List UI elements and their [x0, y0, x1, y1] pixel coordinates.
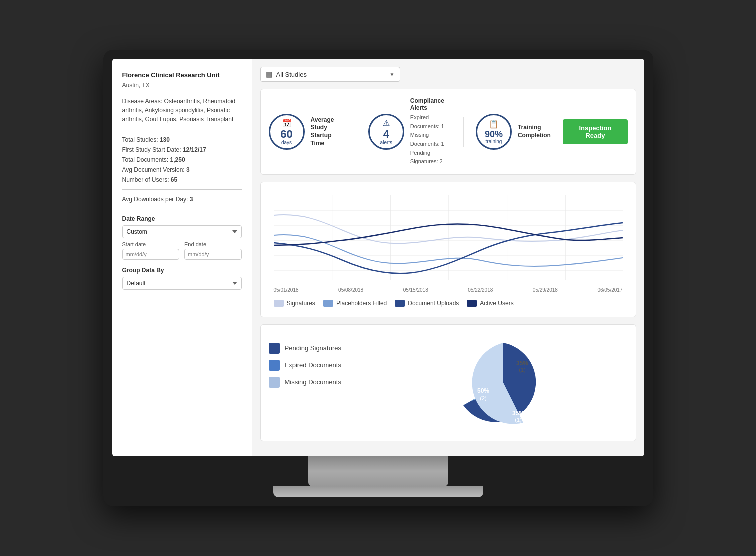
- uploads-color: [395, 300, 405, 307]
- end-date-field: End date: [184, 241, 242, 260]
- metric-compliance: ⚠ 4 alerts Compliance Alerts Expired Doc…: [368, 97, 451, 166]
- study-selector-icon: ▤: [266, 70, 272, 78]
- placeholders-label: Placeholders Filled: [336, 300, 387, 307]
- metric-startup-time: 📅 60 days Average Study Startup Time: [269, 114, 344, 150]
- svg-text:(1): (1): [515, 417, 521, 423]
- monitor-stand: [308, 456, 448, 486]
- signatures-label: Signatures: [287, 300, 315, 307]
- stat-users: Number of Users: 65: [122, 176, 242, 183]
- pie-legend-missing: Missing Documents: [269, 377, 359, 388]
- calendar-icon: 📅: [282, 118, 292, 128]
- stat-downloads: Avg Downloads per Day: 3: [122, 196, 242, 203]
- training-icon: 📋: [489, 119, 499, 129]
- x-label-5: 05/29/2018: [533, 287, 558, 293]
- sidebar: Florence Clinical Research Unit Austin, …: [112, 59, 252, 456]
- training-label: Training Completion: [518, 124, 551, 139]
- legend-active-users: Active Users: [467, 300, 513, 307]
- pending-color: [269, 343, 280, 354]
- chart-legend: Signatures Placeholders Filled Document …: [274, 295, 623, 309]
- stat-avg-version: Avg Document Version: 3: [122, 166, 242, 173]
- stats-list: Total Studies: 130 First Study Start Dat…: [122, 136, 242, 183]
- signatures-color: [274, 300, 284, 307]
- uploads-label: Document Uploads: [408, 300, 459, 307]
- training-unit: training: [486, 139, 502, 144]
- stat-total-docs: Total Documents: 1,250: [122, 156, 242, 163]
- metric-training: 📋 90% training Training Completion: [476, 114, 551, 150]
- compliance-unit: alerts: [380, 140, 392, 145]
- stat-total-studies: Total Studies: 130: [122, 136, 242, 143]
- x-label-6: 06/05/2017: [597, 287, 622, 293]
- main-content: ▤ All Studies ▼ 📅 60 days: [252, 59, 644, 456]
- svg-text:35%: 35%: [516, 360, 528, 367]
- expired-color: [269, 360, 280, 371]
- screen: Florence Clinical Research Unit Austin, …: [112, 59, 644, 456]
- pie-legend-expired: Expired Documents: [269, 360, 359, 371]
- startup-time-label: Average Study Startup Time: [311, 116, 344, 147]
- legend-signatures: Signatures: [274, 300, 315, 307]
- placeholders-color: [323, 300, 333, 307]
- startup-time-circle: 📅 60 days: [269, 114, 305, 150]
- legend-uploads: Document Uploads: [395, 300, 459, 307]
- compliance-breakdown: Expired Documents: 1 Missing Documents: …: [410, 113, 451, 166]
- monitor-base: [273, 486, 483, 497]
- x-label-3: 05/15/2018: [403, 287, 428, 293]
- metric-divider-1: [356, 117, 356, 147]
- active-users-color: [467, 300, 477, 307]
- date-range-inputs: Start date End date: [122, 241, 242, 260]
- metrics-row: 📅 60 days Average Study Startup Time ⚠: [269, 97, 628, 166]
- group-data-select[interactable]: Default Week Month: [122, 277, 242, 290]
- metric-divider-2: [463, 117, 464, 147]
- stat-first-start: First Study Start Date: 12/12/17: [122, 146, 242, 153]
- training-value: 90%: [485, 130, 503, 139]
- compliance-value: 4: [383, 129, 389, 140]
- pending-label: Pending Signatures: [285, 344, 341, 352]
- chevron-down-icon: ▼: [390, 72, 395, 77]
- end-date-input[interactable]: [184, 249, 242, 260]
- compliance-circle: ⚠ 4 alerts: [368, 114, 404, 150]
- svg-text:(1): (1): [519, 367, 525, 373]
- disease-areas: Disease Areas: Osteoarthritis, Rheumatoi…: [122, 97, 242, 124]
- study-selector-text: All Studies: [276, 71, 386, 78]
- pie-chart-card: Pending Signatures Expired Documents Mis…: [260, 324, 636, 441]
- compliance-label: Compliance Alerts: [410, 97, 451, 111]
- svg-text:(2): (2): [480, 395, 486, 401]
- start-date-field: Start date: [122, 241, 180, 260]
- x-label-1: 05/01/2018: [274, 287, 299, 293]
- top-bar: ▤ All Studies ▼: [260, 67, 636, 82]
- start-date-label: Start date: [122, 241, 180, 247]
- startup-time-unit: days: [281, 140, 292, 145]
- pie-section: Pending Signatures Expired Documents Mis…: [269, 333, 628, 433]
- org-location: Austin, TX: [122, 82, 242, 89]
- pie-container: 50% (2) 35% (1) 35% (1): [379, 338, 628, 428]
- active-users-label: Active Users: [480, 300, 513, 307]
- training-circle: 📋 90% training: [476, 114, 512, 150]
- group-data-label: Group Data By: [122, 267, 242, 274]
- pie-legend-pending: Pending Signatures: [269, 343, 359, 354]
- x-label-4: 05/22/2018: [468, 287, 493, 293]
- divider-3: [122, 209, 242, 209]
- metrics-card: 📅 60 days Average Study Startup Time ⚠: [260, 89, 636, 175]
- monitor: Florence Clinical Research Unit Austin, …: [103, 50, 653, 506]
- missing-label: Missing Documents: [285, 378, 341, 386]
- study-selector[interactable]: ▤ All Studies ▼: [260, 67, 400, 82]
- expired-label: Expired Documents: [285, 361, 341, 369]
- x-label-2: 05/08/2018: [338, 287, 363, 293]
- start-date-input[interactable]: [122, 249, 180, 260]
- divider-2: [122, 189, 242, 190]
- missing-color: [269, 377, 280, 388]
- date-range-select[interactable]: Custom Last 7 Days Last 30 Days Last 90 …: [122, 225, 242, 238]
- date-range-label: Date Range: [122, 215, 242, 222]
- chart-area: 05/01/2018 05/08/2018 05/15/2018 05/22/2…: [269, 190, 628, 309]
- pie-legend: Pending Signatures Expired Documents Mis…: [269, 338, 359, 388]
- end-date-label: End date: [184, 241, 242, 247]
- alert-icon: ⚠: [383, 118, 390, 128]
- compliance-details: Compliance Alerts Expired Documents: 1 M…: [410, 97, 451, 166]
- inspection-ready-button[interactable]: Inspection Ready: [563, 119, 627, 144]
- org-name: Florence Clinical Research Unit: [122, 71, 242, 80]
- line-chart-card: 05/01/2018 05/08/2018 05/15/2018 05/22/2…: [260, 182, 636, 317]
- svg-text:50%: 50%: [477, 387, 489, 394]
- line-chart: [274, 195, 623, 285]
- startup-time-value: 60: [280, 129, 292, 140]
- divider-1: [122, 130, 242, 130]
- legend-placeholders: Placeholders Filled: [323, 300, 387, 307]
